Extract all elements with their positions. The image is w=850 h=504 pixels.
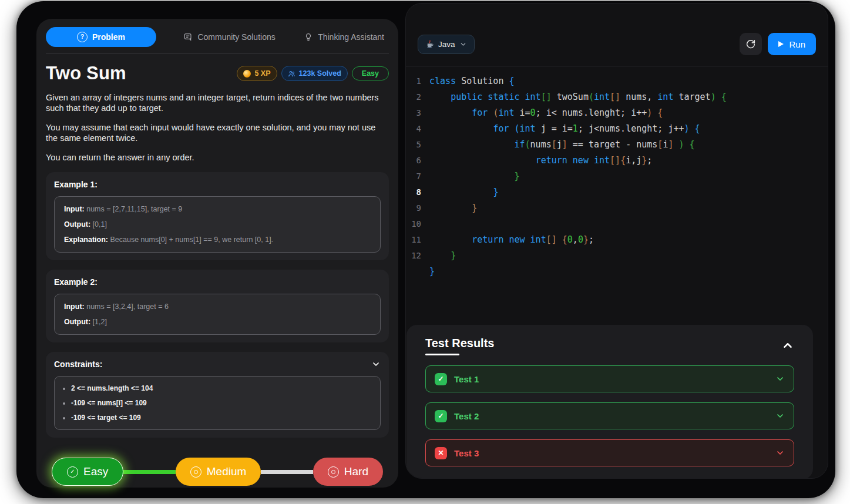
check-icon: ✓ — [435, 410, 447, 422]
xp-badge: 5 XP — [237, 66, 277, 81]
difficulty-easy-button[interactable]: ✓ Easy — [52, 458, 123, 486]
target-circle-icon — [190, 466, 201, 478]
chat-bubble-icon — [183, 32, 193, 42]
code-line[interactable]: 5 if(nums[j] == target - nums[i] ) { — [406, 136, 828, 152]
code-text: } — [429, 203, 477, 213]
line-number: 7 — [408, 172, 421, 181]
example-box: Input: nums = [2,7,11,15], target = 9 Ou… — [54, 196, 381, 253]
code-line[interactable]: 3 for (int i=0; i< nums.lenght; i++) { — [406, 105, 828, 120]
chevron-down-icon[interactable] — [775, 374, 785, 384]
code-text: } — [429, 171, 520, 182]
refresh-icon — [745, 39, 756, 49]
tab-thinking-assistant[interactable]: Thinking Assistant — [303, 29, 385, 45]
play-icon — [778, 41, 784, 47]
difficulty-label: Hard — [344, 465, 368, 478]
difficulty-medium-button[interactable]: Medium — [176, 458, 261, 486]
page-title: Two Sum — [46, 63, 126, 84]
code-line[interactable]: 1class Solution { — [406, 73, 828, 89]
progress-connector-inactive — [261, 470, 313, 474]
difficulty-label: Easy — [83, 465, 108, 478]
title-underline — [425, 354, 459, 355]
example-output: Output: [0,1] — [64, 220, 371, 229]
line-number: 11 — [408, 235, 421, 244]
language-label: Java — [438, 40, 455, 49]
constraints-card: Constraints: 2 <= nums.length <= 104-109… — [46, 352, 389, 438]
example-explanation: Explanation: Because nums[0] + nums[1] =… — [64, 236, 371, 244]
test-label: Test 3 — [454, 448, 479, 458]
code-line[interactable]: 6 return new int[]{i,j}; — [406, 152, 828, 168]
target-circle-icon — [328, 466, 339, 478]
code-text: return new int[]{i,j}; — [429, 155, 652, 166]
problem-panel: ? Problem Community Solutions Thinking A… — [36, 19, 398, 488]
code-line[interactable]: 7 } — [406, 168, 828, 184]
code-text: return new int[] {0,0}; — [429, 234, 594, 245]
chevron-down-icon[interactable] — [775, 411, 785, 421]
code-text: } — [429, 250, 456, 261]
line-number: 8 — [408, 187, 421, 197]
code-line[interactable]: 11 return new int[] {0,0}; — [406, 231, 828, 247]
output-label: Output: — [64, 318, 90, 326]
tab-label: Thinking Assistant — [318, 32, 384, 42]
coin-icon — [243, 70, 251, 78]
test-label: Test 2 — [454, 411, 479, 421]
chevron-down-icon[interactable] — [371, 359, 381, 369]
tab-problem[interactable]: ? Problem — [46, 27, 156, 47]
test-row-1[interactable]: ✓Test 1 — [425, 365, 794, 392]
test-row-3[interactable]: ✕Test 3 — [425, 439, 794, 466]
difficulty-badge: Easy — [352, 66, 389, 80]
output-label: Output: — [64, 220, 90, 229]
chevron-up-icon[interactable] — [781, 339, 794, 352]
reset-code-button[interactable] — [740, 33, 762, 55]
code-line[interactable]: 9 } — [406, 200, 828, 216]
example-output: Output: [1,2] — [64, 318, 371, 326]
code-line[interactable]: 12 } — [406, 247, 828, 263]
editor-toolbar: Java Run — [406, 4, 828, 66]
code-line[interactable]: } — [406, 263, 828, 279]
problem-description: Given an array of integers nums and an i… — [46, 92, 389, 163]
code-text: for (int j = i=1; j<nums.lenght; j++) { — [429, 123, 700, 134]
input-label: Input: — [64, 303, 85, 311]
code-line[interactable]: 8 } — [406, 184, 828, 200]
badge-group: 5 XP 123k Solved Easy — [237, 66, 389, 81]
code-line[interactable]: 4 for (int j = i=1; j<nums.lenght; j++) … — [406, 120, 828, 136]
chevron-down-icon — [459, 41, 467, 48]
line-number: 12 — [408, 251, 421, 260]
code-editor[interactable]: 1class Solution {2 public static int[] t… — [406, 66, 828, 279]
check-circle-icon: ✓ — [67, 466, 78, 478]
example-heading: Example 1: — [54, 180, 381, 189]
difficulty-selector: ✓ Easy Medium Hard — [46, 458, 389, 486]
code-line[interactable]: 10 — [406, 216, 828, 231]
test-label: Test 1 — [454, 374, 479, 384]
output-value: [0,1] — [93, 220, 107, 229]
solved-badge-label: 123k Solved — [299, 69, 341, 78]
example-input: Input: nums = [3,2,4], target = 6 — [64, 303, 371, 311]
line-number: 5 — [408, 140, 421, 149]
difficulty-hard-button[interactable]: Hard — [313, 458, 383, 486]
example-input: Input: nums = [2,7,11,15], target = 9 — [64, 205, 371, 213]
lightbulb-icon — [304, 32, 313, 42]
test-results-panel: Test Results ✓Test 1✓Test 2✕Test 3 — [406, 325, 813, 479]
line-number: 10 — [408, 219, 421, 229]
tab-label: Community Solutions — [197, 32, 275, 42]
progress-connector-active — [123, 470, 176, 474]
constraint-item: 2 <= nums.length <= 104 — [71, 384, 371, 392]
input-value: nums = [2,7,11,15], target = 9 — [86, 205, 182, 213]
code-text: public static int[] twoSum(int[] nums, i… — [429, 92, 727, 102]
run-button[interactable]: Run — [768, 33, 816, 55]
line-number: 1 — [408, 76, 421, 86]
code-line[interactable]: 2 public static int[] twoSum(int[] nums,… — [406, 89, 828, 105]
chevron-down-icon[interactable] — [775, 448, 785, 458]
input-value: nums = [3,2,4], target = 6 — [86, 303, 169, 311]
question-circle-icon: ? — [77, 32, 88, 42]
xp-badge-label: 5 XP — [254, 69, 270, 78]
explanation-label: Explanation: — [64, 236, 108, 244]
code-text: for (int i=0; i< nums.lenght; i++) { — [429, 107, 663, 118]
test-row-2[interactable]: ✓Test 2 — [425, 402, 794, 429]
tab-community-solutions[interactable]: Community Solutions — [182, 29, 276, 45]
tab-label: Problem — [92, 32, 125, 42]
example-box: Input: nums = [3,2,4], target = 6 Output… — [54, 294, 381, 335]
run-label: Run — [789, 39, 805, 49]
description-paragraph: You may assume that each input would hav… — [46, 122, 389, 143]
line-number: 6 — [408, 156, 421, 165]
language-dropdown[interactable]: Java — [418, 35, 475, 54]
